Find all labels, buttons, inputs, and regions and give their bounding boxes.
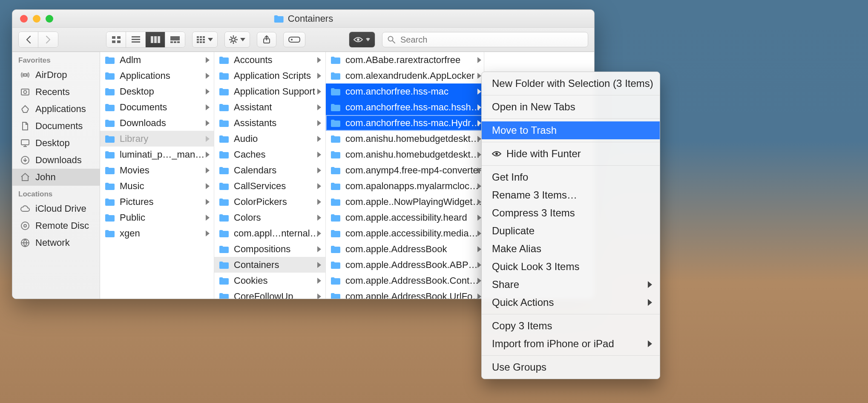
svg-rect-17: [197, 39, 199, 40]
folder-row[interactable]: Compositions: [214, 241, 325, 257]
folder-row[interactable]: com.apple.AddressBook.ABPersonView: [326, 257, 484, 273]
arrange-dropdown[interactable]: [192, 32, 218, 48]
menu-item[interactable]: Quick Look 3 Items: [482, 258, 660, 276]
sidebar-item-documents[interactable]: Documents: [12, 118, 100, 135]
folder-row[interactable]: Application Scripts: [214, 68, 325, 83]
menu-item[interactable]: New Folder with Selection (3 Items): [482, 75, 660, 92]
sidebar-item-applications[interactable]: Applications: [12, 101, 100, 118]
folder-row[interactable]: luminati_p…_manager: [100, 147, 214, 162]
view-gallery-button[interactable]: [165, 32, 185, 47]
sidebar-item-downloads[interactable]: Downloads: [12, 152, 100, 169]
folder-row[interactable]: com.ABabe.rarextractorfree: [326, 52, 484, 68]
view-column-button[interactable]: [146, 32, 165, 47]
share-button[interactable]: [257, 32, 276, 47]
sidebar-item-remote-disc[interactable]: Remote Disc: [12, 217, 100, 234]
view-icon-button[interactable]: [106, 32, 126, 47]
folder-row[interactable]: Movies: [100, 162, 214, 178]
menu-item[interactable]: Rename 3 Items…: [482, 186, 660, 204]
folder-row[interactable]: Audio: [214, 131, 325, 147]
menu-item[interactable]: Compress 3 Items: [482, 204, 660, 222]
folder-row[interactable]: Cookies: [214, 273, 325, 288]
folder-row[interactable]: Application Support: [214, 83, 325, 99]
folder-row[interactable]: Assistants: [214, 115, 325, 131]
folder-row[interactable]: com.apple.AddressBook.UrlForwarder: [326, 288, 484, 299]
folder-row[interactable]: com.anchorfree.hss-mac.HydraTunnel: [326, 115, 484, 131]
column-2[interactable]: AccountsApplication ScriptsApplication S…: [214, 52, 326, 299]
folder-row[interactable]: com.anchorfree.hss-mac.hsshelper: [326, 99, 484, 115]
folder-row[interactable]: Pictures: [100, 194, 214, 210]
column-1[interactable]: AdlmApplicationsDesktopDocumentsDownload…: [100, 52, 214, 299]
folder-row[interactable]: Desktop: [100, 83, 214, 99]
svg-line-31: [235, 37, 236, 38]
folder-row[interactable]: Assistant: [214, 99, 325, 115]
desktop-icon: [20, 138, 30, 148]
back-button[interactable]: [19, 32, 38, 47]
svg-rect-8: [154, 36, 157, 43]
zoom-button[interactable]: [46, 15, 53, 23]
sidebar-item-john[interactable]: John: [12, 169, 100, 186]
folder-row[interactable]: com.apple.AddressBook.ContactsAcco: [326, 273, 484, 288]
folder-row[interactable]: com.anchorfree.hss-mac: [326, 83, 484, 99]
folder-row[interactable]: com.apple..NowPlayingWidgetContain: [326, 194, 484, 210]
folder-row[interactable]: Caches: [214, 147, 325, 162]
menu-item[interactable]: Duplicate: [482, 222, 660, 240]
folder-row[interactable]: Library: [100, 131, 214, 147]
column-3[interactable]: com.ABabe.rarextractorfreecom.alexandrud…: [326, 52, 484, 299]
sidebar-item-icloud-drive[interactable]: iCloud Drive: [12, 200, 100, 217]
folder-row[interactable]: Containers: [214, 257, 325, 273]
forward-button[interactable]: [38, 32, 58, 47]
close-button[interactable]: [20, 15, 28, 23]
menu-item[interactable]: Share: [482, 276, 660, 294]
menu-item[interactable]: Import from iPhone or iPad: [482, 335, 660, 353]
folder-row[interactable]: Music: [100, 178, 214, 194]
svg-rect-12: [174, 41, 176, 43]
folder-row[interactable]: Accounts: [214, 52, 325, 68]
sidebar-item-network[interactable]: Network: [12, 234, 100, 251]
svg-rect-15: [200, 36, 202, 38]
menu-item[interactable]: Use Groups: [482, 358, 660, 376]
folder-icon: [330, 135, 340, 143]
sidebar-item-recents[interactable]: Recents: [12, 83, 100, 101]
folder-row[interactable]: com.anishu.homebudgetdesktoplite: [326, 131, 484, 147]
folder-icon: [273, 14, 284, 23]
folder-row[interactable]: com.apple.accessibility.mediaaccessi: [326, 225, 484, 241]
folder-row[interactable]: Adlm: [100, 52, 214, 68]
view-list-button[interactable]: [126, 32, 146, 47]
menu-item[interactable]: Make Alias: [482, 240, 660, 258]
tags-button[interactable]: [283, 32, 305, 47]
folder-row[interactable]: com.anymp4.free-mp4-converter: [326, 162, 484, 178]
folder-row[interactable]: Downloads: [100, 115, 214, 131]
sidebar-item-label: Remote Disc: [35, 220, 89, 231]
minimize-button[interactable]: [33, 15, 40, 23]
action-dropdown[interactable]: [224, 32, 250, 48]
folder-row[interactable]: Colors: [214, 210, 325, 225]
folder-row[interactable]: Documents: [100, 99, 214, 115]
folder-row[interactable]: xgen: [100, 225, 214, 241]
menu-item[interactable]: Get Info: [482, 168, 660, 186]
folder-row[interactable]: Applications: [100, 68, 214, 83]
menu-item[interactable]: Open in New Tabs: [482, 98, 660, 116]
folder-row[interactable]: CallServices: [214, 178, 325, 194]
folder-row[interactable]: com.apalonapps.myalarmclockfree: [326, 178, 484, 194]
menu-item[interactable]: Move to Trash: [482, 121, 660, 139]
search-input[interactable]: [400, 35, 583, 45]
menu-item-label: Quick Actions: [492, 296, 554, 308]
folder-row[interactable]: com.anishu.homebudgetdesktoplite.js: [326, 147, 484, 162]
menu-item[interactable]: Copy 3 Items: [482, 317, 660, 335]
folder-row[interactable]: com.apple.accessibility.heard: [326, 210, 484, 225]
folder-row[interactable]: com.alexandrudenk.AppLocker: [326, 68, 484, 83]
funter-dropdown[interactable]: [349, 32, 375, 48]
sidebar-item-airdrop[interactable]: AirDrop: [12, 66, 100, 83]
sidebar-item-desktop[interactable]: Desktop: [12, 135, 100, 152]
folder-name: Cookies: [234, 275, 267, 286]
menu-item[interactable]: Quick Actions: [482, 294, 660, 311]
folder-row[interactable]: CoreFollowUp: [214, 288, 325, 299]
folder-row[interactable]: com.apple.AddressBook: [326, 241, 484, 257]
folder-icon: [218, 135, 229, 143]
folder-row[interactable]: ColorPickers: [214, 194, 325, 210]
folder-row[interactable]: Calendars: [214, 162, 325, 178]
folder-row[interactable]: com.appl…nternal.ck: [214, 225, 325, 241]
search-field[interactable]: [382, 32, 588, 47]
folder-row[interactable]: Public: [100, 210, 214, 225]
menu-item[interactable]: Hide with Funter: [482, 145, 660, 163]
